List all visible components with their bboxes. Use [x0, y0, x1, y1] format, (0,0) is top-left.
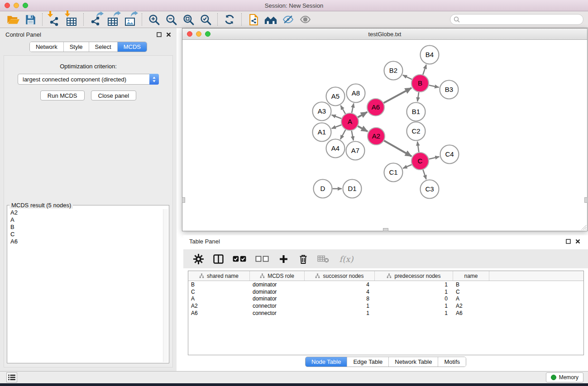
node-A1[interactable]: A1: [313, 123, 331, 142]
criterion-dropdown[interactable]: largest connected component (directed): [18, 74, 159, 85]
table-cell[interactable]: B: [188, 281, 250, 288]
table-row[interactable]: Adominator80A: [188, 295, 583, 302]
table-cell[interactable]: C: [453, 289, 489, 295]
close-panel-button[interactable]: Close panel: [91, 91, 137, 100]
column-header-predecessor-nodes[interactable]: predecessor nodes: [375, 271, 453, 281]
node-A5[interactable]: A5: [326, 87, 345, 106]
open-session-icon[interactable]: [5, 12, 22, 27]
mcds-result-item[interactable]: A6: [9, 238, 163, 245]
tab-select[interactable]: Select: [89, 42, 118, 52]
tab-node-table[interactable]: Node Table: [306, 357, 348, 367]
node-B4[interactable]: B4: [421, 46, 439, 64]
node-A2[interactable]: A2: [368, 128, 385, 145]
table-cell[interactable]: A6: [453, 310, 489, 316]
first-neighbors-icon[interactable]: [262, 12, 279, 27]
node-A7[interactable]: A7: [346, 142, 365, 160]
node-C2[interactable]: C2: [407, 122, 425, 141]
table-cell[interactable]: dominator: [250, 295, 305, 302]
search-input[interactable]: [450, 14, 583, 25]
node-B2[interactable]: B2: [384, 62, 403, 80]
edge-C-C1[interactable]: [403, 165, 411, 168]
edge-A6-B[interactable]: [384, 88, 411, 103]
edge-C-C4[interactable]: [429, 157, 439, 159]
node-A6[interactable]: A6: [367, 99, 384, 116]
node-A4[interactable]: A4: [326, 139, 345, 158]
edge-A-A7[interactable]: [352, 131, 354, 141]
resize-grip[interactable]: [580, 224, 587, 230]
table-row[interactable]: A6connector11A6: [188, 310, 583, 317]
table-cell[interactable]: 0: [375, 295, 453, 302]
network-canvas[interactable]: AA1A2A3A4A5A6A7A8BB1B2B3B4CC1C2C3C4DD1: [182, 40, 587, 231]
float-panel-icon[interactable]: [157, 32, 162, 37]
zoom-out-icon[interactable]: [163, 12, 180, 27]
tab-network-table[interactable]: Network Table: [389, 357, 438, 367]
table-row[interactable]: Cdominator41C: [188, 288, 583, 295]
tab-network[interactable]: Network: [30, 42, 64, 52]
save-session-icon[interactable]: [22, 12, 39, 27]
close-table-panel-icon[interactable]: [575, 239, 580, 244]
mcds-result-item[interactable]: A: [9, 216, 163, 224]
zoom-fit-icon[interactable]: [180, 12, 197, 27]
edge-C-C3[interactable]: [423, 170, 426, 179]
show-graphics-details-icon[interactable]: [296, 12, 314, 27]
window-edge-handle-bottom[interactable]: [383, 228, 388, 231]
node-B3[interactable]: B3: [440, 81, 459, 99]
table-cell[interactable]: 1: [375, 281, 453, 288]
node-D1[interactable]: D1: [343, 180, 362, 198]
run-mcds-button[interactable]: Run MCDS: [40, 91, 85, 100]
table-cell[interactable]: dominator: [250, 281, 305, 288]
node-B1[interactable]: B1: [407, 103, 425, 121]
edge-C-C2[interactable]: [417, 142, 419, 152]
delete-table-icon[interactable]: [316, 252, 330, 266]
table-cell[interactable]: 8: [305, 295, 375, 302]
select-all-icon[interactable]: [231, 252, 248, 266]
zoom-selected-icon[interactable]: [197, 12, 214, 27]
tab-style[interactable]: Style: [64, 42, 89, 52]
refresh-icon[interactable]: [221, 12, 238, 27]
edge-B-B2[interactable]: [403, 75, 412, 80]
task-history-button[interactable]: [6, 372, 17, 382]
show-column-icon[interactable]: [211, 252, 225, 266]
table-cell[interactable]: 4: [305, 281, 375, 288]
edge-B-B3[interactable]: [429, 85, 439, 87]
node-A8[interactable]: A8: [347, 84, 365, 103]
column-header-MCDS-role[interactable]: MCDS role: [250, 271, 305, 281]
tab-mcds[interactable]: MCDS: [118, 42, 147, 52]
tab-edge-table[interactable]: Edge Table: [347, 357, 389, 367]
float-table-panel-icon[interactable]: [566, 239, 571, 244]
table-cell[interactable]: 4: [305, 289, 375, 295]
table-cell[interactable]: C: [188, 289, 250, 295]
node-D[interactable]: D: [314, 180, 332, 198]
column-header-name[interactable]: name: [453, 271, 489, 281]
node-A[interactable]: A: [341, 113, 359, 130]
function-builder-icon[interactable]: f(x): [336, 252, 356, 266]
window-edge-handle-left[interactable]: [182, 197, 185, 203]
table-cell[interactable]: 1: [305, 310, 375, 316]
edge-A-A3[interactable]: [332, 115, 342, 119]
table-cell[interactable]: A: [188, 295, 250, 302]
column-header-successor-nodes[interactable]: successor nodes: [305, 271, 375, 281]
table-cell[interactable]: connector: [250, 303, 305, 309]
table-cell[interactable]: A6: [188, 310, 250, 316]
table-cell[interactable]: A: [453, 295, 489, 302]
table-cell[interactable]: A2: [453, 303, 489, 309]
mcds-result-item[interactable]: B: [9, 224, 163, 231]
window-edge-handle-right[interactable]: [584, 197, 588, 203]
edge-A-A8[interactable]: [352, 104, 354, 113]
node-A3[interactable]: A3: [313, 102, 331, 121]
export-network-icon[interactable]: [87, 12, 104, 27]
export-table-icon[interactable]: [104, 12, 121, 27]
edge-A-A1[interactable]: [332, 125, 342, 129]
export-image-icon[interactable]: [121, 12, 139, 27]
close-panel-icon[interactable]: [166, 32, 171, 37]
table-row[interactable]: Bdominator41B: [188, 281, 583, 288]
table-cell[interactable]: connector: [250, 310, 305, 316]
column-header-shared-name[interactable]: shared name: [188, 271, 250, 281]
node-C4[interactable]: C4: [440, 145, 459, 164]
deselect-all-icon[interactable]: [254, 252, 270, 266]
memory-button[interactable]: Memory: [546, 372, 583, 382]
node-C[interactable]: C: [411, 152, 429, 170]
new-network-from-selection-icon[interactable]: [245, 12, 262, 27]
edge-A-A4[interactable]: [340, 130, 345, 139]
table-row[interactable]: A2connector11A2: [188, 302, 583, 310]
